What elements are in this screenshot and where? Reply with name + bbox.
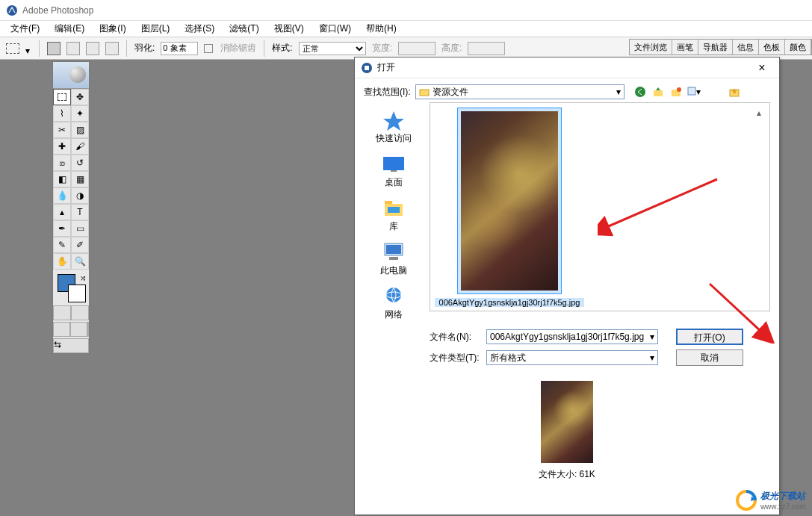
tool-blur[interactable]: 💧: [53, 187, 71, 204]
screenmode-standard-button[interactable]: [53, 322, 70, 337]
place-thispc[interactable]: 此电脑: [380, 242, 407, 277]
tool-dropdown-icon[interactable]: ▾: [25, 46, 31, 52]
place-quick-access[interactable]: 快速访问: [376, 110, 412, 145]
tool-dodge[interactable]: ◑: [71, 187, 89, 204]
jump-to-button[interactable]: ⇆: [53, 338, 89, 353]
color-swatches[interactable]: ⤭: [53, 273, 89, 304]
tab-navigator[interactable]: 导航器: [698, 40, 733, 55]
selection-new-button[interactable]: [47, 42, 61, 55]
place-desktop[interactable]: 桌面: [382, 154, 406, 189]
style-select[interactable]: 正常: [299, 42, 366, 55]
tab-color[interactable]: 颜色: [785, 40, 811, 55]
menu-layer[interactable]: 图层(L): [135, 21, 176, 37]
watermark: 极光下载站 www.xz7.com: [735, 489, 806, 512]
lookin-label: 查找范围(I):: [364, 86, 411, 99]
tool-move[interactable]: ✥: [71, 89, 89, 105]
up-icon[interactable]: [651, 85, 665, 99]
thumbnail-image: [461, 111, 558, 290]
lookin-combo[interactable]: 资源文件 ▾: [415, 84, 625, 99]
scrollbar[interactable]: ▴: [753, 108, 765, 306]
marquee-tool-icon[interactable]: [6, 43, 19, 54]
file-list-area[interactable]: 006AkgtYgy1gsnsklja1gj30rj1f7k5g.jpg ▴: [430, 102, 770, 311]
tool-wand[interactable]: ✦: [71, 105, 89, 122]
tool-zoom[interactable]: 🔍: [71, 253, 89, 270]
quickmask-on-button[interactable]: [71, 305, 89, 320]
back-icon[interactable]: [633, 85, 647, 99]
menu-select[interactable]: 选择(S): [179, 21, 220, 37]
tab-file-browser[interactable]: 文件浏览: [630, 40, 672, 55]
svg-rect-11: [391, 170, 397, 172]
filetype-label: 文件类型(T):: [430, 352, 482, 364]
height-label: 高度:: [441, 42, 462, 55]
computer-icon: [382, 242, 406, 263]
toolbox-header: [53, 62, 89, 89]
tool-history-brush[interactable]: ↺: [71, 155, 89, 171]
library-icon: [382, 198, 406, 219]
tool-marquee[interactable]: [53, 89, 71, 105]
menu-help[interactable]: 帮助(H): [360, 21, 403, 37]
screenmode-fullmenu-button[interactable]: [87, 322, 89, 337]
view-menu-icon[interactable]: ▾: [687, 85, 701, 99]
selection-add-button[interactable]: [66, 42, 80, 55]
tool-notes[interactable]: ✎: [53, 237, 71, 253]
tool-path-select[interactable]: ▴: [53, 204, 71, 220]
tool-gradient[interactable]: ▦: [71, 171, 89, 187]
feather-input[interactable]: [161, 42, 198, 55]
antialias-checkbox[interactable]: [204, 44, 213, 53]
svg-rect-13: [385, 201, 392, 204]
app-logo-icon: [6, 4, 18, 16]
menu-window[interactable]: 窗口(W): [313, 21, 357, 37]
chevron-down-icon: ▾: [650, 332, 654, 342]
tab-brush[interactable]: 画笔: [672, 40, 698, 55]
panel-tabs: 文件浏览 画笔 导航器 信息 色板 颜色: [629, 39, 812, 55]
open-button[interactable]: 打开(O): [676, 329, 743, 345]
tool-lasso[interactable]: ⌇: [53, 105, 71, 122]
menu-view[interactable]: 视图(V): [268, 21, 310, 37]
tool-hand[interactable]: ✋: [53, 253, 71, 270]
tool-pen[interactable]: ✒: [53, 220, 71, 237]
menu-image[interactable]: 图象(I): [93, 21, 131, 37]
tool-slice[interactable]: ▨: [71, 122, 89, 138]
tool-heal[interactable]: ✚: [53, 138, 71, 155]
tab-swatch[interactable]: 色板: [759, 40, 785, 55]
tool-shape[interactable]: ▭: [71, 220, 89, 237]
filename-input[interactable]: 006AkgtYgy1gsnsklja1gj30rj1f7k5g.jpg ▾: [486, 329, 658, 344]
tool-eraser[interactable]: ◧: [53, 171, 71, 187]
place-network[interactable]: 网络: [382, 286, 406, 321]
favorites-icon[interactable]: [728, 85, 741, 99]
antialias-label: 消除锯齿: [220, 42, 256, 55]
places-bar: 快速访问 桌面 库 此电脑 网络: [364, 102, 424, 321]
network-icon: [382, 286, 406, 307]
tool-brush[interactable]: 🖌: [71, 138, 89, 155]
preview-image: [541, 381, 593, 463]
menu-filter[interactable]: 滤镜(T): [223, 21, 264, 37]
tool-crop[interactable]: ✂: [53, 122, 71, 138]
quickmask-off-button[interactable]: [53, 305, 71, 320]
new-folder-icon[interactable]: [669, 85, 683, 99]
file-name-label: 006AkgtYgy1gsnsklja1gj30rj1f7k5g.jpg: [435, 298, 584, 307]
svg-rect-16: [386, 245, 401, 254]
selection-subtract-button[interactable]: [86, 42, 99, 55]
feather-label: 羽化:: [134, 42, 155, 55]
place-library[interactable]: 库: [382, 198, 406, 233]
filetype-select[interactable]: 所有格式 ▾: [486, 350, 658, 365]
tool-type[interactable]: T: [71, 204, 89, 220]
selection-intersect-button[interactable]: [105, 42, 119, 55]
width-input: [398, 42, 436, 55]
screenmode-full-button[interactable]: [70, 322, 87, 337]
background-color[interactable]: [68, 285, 86, 302]
lookin-value: 资源文件: [433, 86, 468, 99]
filename-label: 文件名(N):: [430, 331, 482, 344]
tool-eyedropper[interactable]: ✐: [71, 237, 89, 253]
menu-file[interactable]: 文件(F): [4, 21, 46, 37]
menu-edit[interactable]: 编辑(E): [49, 21, 90, 37]
close-button[interactable]: ×: [751, 61, 773, 75]
file-thumbnail-item[interactable]: 006AkgtYgy1gsnsklja1gj30rj1f7k5g.jpg: [435, 108, 584, 306]
swap-colors-icon[interactable]: ⤭: [80, 274, 86, 282]
tab-info[interactable]: 信息: [733, 40, 759, 55]
cancel-button[interactable]: 取消: [676, 349, 743, 366]
svg-point-18: [386, 287, 401, 302]
tool-stamp[interactable]: ⎄: [53, 155, 71, 171]
svg-rect-5: [654, 90, 663, 96]
svg-rect-8: [688, 87, 695, 95]
